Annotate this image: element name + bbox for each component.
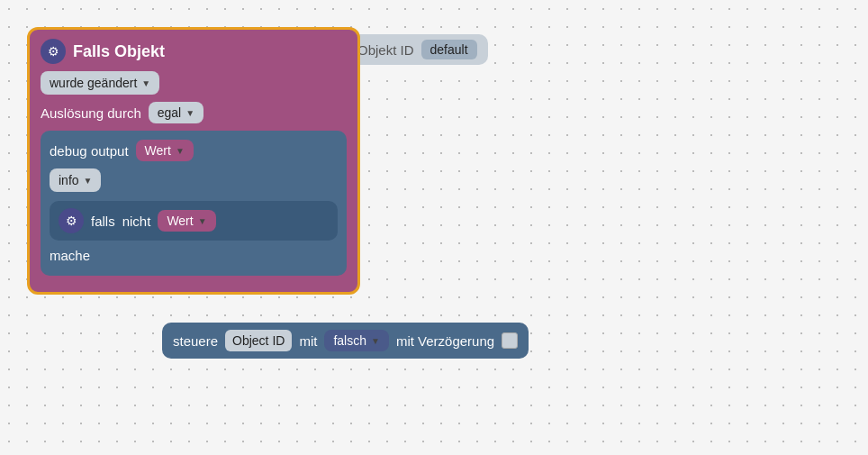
falls-gear-icon: ⚙ xyxy=(59,208,84,233)
falls-nicht-block: ⚙ falls nicht Wert ▼ xyxy=(50,201,338,241)
debug-output-label: debug output xyxy=(50,143,129,159)
steuere-mit-label: mit xyxy=(299,333,317,349)
falls-objekt-title: Falls Objekt xyxy=(73,42,165,61)
ausloesung-label: Auslösung durch xyxy=(41,105,141,121)
falls-objekt-header: ⚙ Falls Objekt xyxy=(41,39,347,64)
falls-wert-arrow: ▼ xyxy=(198,216,207,226)
ausloesung-row: Auslösung durch egal ▼ xyxy=(41,102,347,123)
gear-icon: ⚙ xyxy=(41,39,66,64)
falls-wert-dropdown[interactable]: Wert ▼ xyxy=(158,210,215,232)
info-arrow: ▼ xyxy=(84,176,93,186)
steuere-object-id: Object ID xyxy=(225,330,292,351)
falsch-arrow: ▼ xyxy=(371,336,380,346)
mit-verzoegerung-label: mit Verzögerung xyxy=(396,333,494,349)
debug-wert-dropdown[interactable]: Wert ▼ xyxy=(136,140,194,161)
inner-blue-area: debug output Wert ▼ info ▼ ⚙ falls nich xyxy=(41,131,347,276)
objekt-id-value: default xyxy=(421,40,477,59)
verzoegerung-checkbox[interactable] xyxy=(502,332,518,349)
falls-objekt-block: ⚙ Falls Objekt wurde geändert ▼ Auslösun… xyxy=(27,27,360,295)
mache-row: mache xyxy=(50,248,338,263)
debug-output-row: debug output Wert ▼ xyxy=(50,140,338,161)
objekt-id-label: Objekt ID xyxy=(357,42,414,58)
info-dropdown[interactable]: info ▼ xyxy=(50,168,101,192)
wurde-geaendert-dropdown[interactable]: wurde geändert ▼ xyxy=(41,71,159,95)
falls-nicht-row: ⚙ falls nicht Wert ▼ xyxy=(59,208,329,233)
nicht-label: nicht xyxy=(122,214,151,229)
falsch-dropdown[interactable]: falsch ▼ xyxy=(324,330,388,351)
egal-arrow: ▼ xyxy=(185,108,194,118)
steuere-label: steuere xyxy=(173,333,218,349)
steuere-block: steuere Object ID mit falsch ▼ mit Verzö… xyxy=(162,323,529,359)
debug-wert-arrow: ▼ xyxy=(176,146,185,156)
egal-dropdown[interactable]: egal ▼ xyxy=(149,102,203,123)
mache-label: mache xyxy=(50,248,90,263)
wurde-geaendert-arrow: ▼ xyxy=(141,78,150,88)
falls-label: falls xyxy=(91,214,115,229)
objekt-id-block: Objekt ID default xyxy=(347,34,488,65)
